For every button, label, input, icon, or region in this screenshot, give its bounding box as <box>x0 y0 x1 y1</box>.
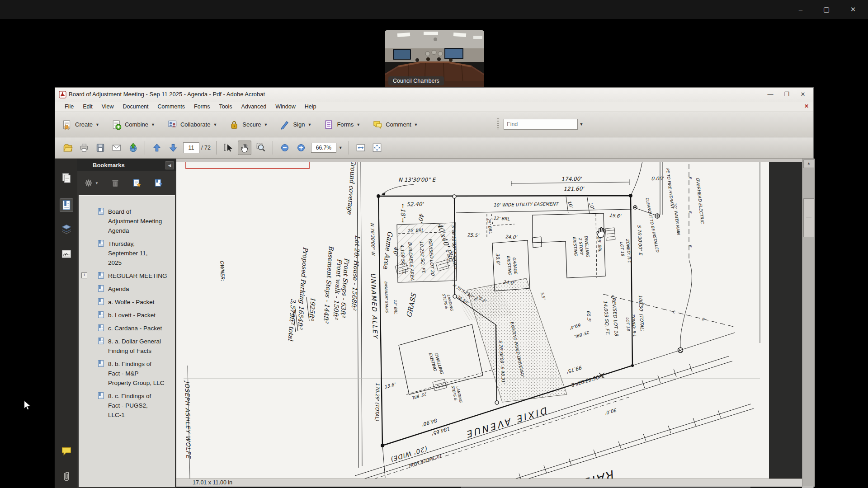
bookmark-item[interactable]: b. Lovett - Packet <box>98 310 173 320</box>
fit-page-button[interactable] <box>370 141 384 155</box>
bookmark-page-icon <box>98 208 104 215</box>
plat-label: 0.00' <box>651 176 664 182</box>
bookmarks-icon <box>61 199 72 211</box>
nav-pages-panel[interactable] <box>60 171 73 185</box>
trash-button[interactable] <box>110 178 120 188</box>
vertical-scrollbar[interactable]: ▲ <box>802 159 815 487</box>
save-button[interactable] <box>94 141 107 155</box>
collapse-panel-icon[interactable]: ◀ <box>165 161 174 169</box>
survey-plat-page[interactable]: N 13'30'00" E174.00'121.60'0.00'52.40'10… <box>176 159 802 488</box>
bookmark-item[interactable]: c. Cardana - Packet <box>98 324 173 333</box>
menu-view[interactable]: View <box>98 103 118 111</box>
zoom-level-input[interactable]: 66.7% <box>311 143 336 153</box>
plat-label: 25' BRL <box>407 227 424 233</box>
page-number-input[interactable] <box>183 142 199 153</box>
toolbar-grip[interactable] <box>497 118 499 130</box>
new-bookmark-button[interactable] <box>132 178 142 188</box>
plat-label: 19.6' <box>609 212 622 219</box>
nav-layers-panel[interactable] <box>60 222 73 236</box>
combine-button[interactable]: Combine▼ <box>111 119 155 130</box>
signatures-icon <box>61 248 72 260</box>
menu-file[interactable]: File <box>61 103 78 111</box>
bookmark-item[interactable]: Board of Adjustment Meeting Agenda <box>98 207 173 235</box>
upload-button[interactable] <box>126 141 140 155</box>
chevron-down-icon: ▼ <box>307 122 311 127</box>
open-button[interactable] <box>61 141 75 155</box>
bookmark-page-icon <box>98 272 104 279</box>
zoom-in-button[interactable] <box>294 141 308 155</box>
plat-label: OWNER: <box>219 260 226 281</box>
nav-comments-panel[interactable] <box>60 444 73 458</box>
find-input[interactable] <box>504 119 578 130</box>
bookmark-label: 8. a. Dollar General Finding of Facts <box>108 337 173 356</box>
menu-advanced[interactable]: Advanced <box>237 103 271 111</box>
menu-document[interactable]: Document <box>119 103 153 111</box>
menu-edit[interactable]: Edit <box>79 103 97 111</box>
zoom-dropdown-icon[interactable]: ▼ <box>336 145 345 150</box>
create-button[interactable]: Create▼ <box>61 119 99 130</box>
select-tool-button[interactable] <box>222 141 235 155</box>
zoom-out-button[interactable] <box>278 141 292 155</box>
zoom-marquee-button[interactable] <box>254 141 268 155</box>
forms-button[interactable]: Forms▼ <box>323 119 360 130</box>
bookmark-item[interactable]: Thursday, September 11, 2025 <box>98 239 173 267</box>
vertical-scroll-thumb[interactable] <box>803 198 814 237</box>
nav-attachments-panel[interactable] <box>60 469 73 483</box>
toolbar-button-label: Secure <box>242 121 261 128</box>
acrobat-titlebar[interactable]: Board of Adjustment Meeting - Sep 11 202… <box>55 88 813 102</box>
navigation-toolbar: / 7266.7%▼ <box>55 137 813 159</box>
find-options-chevron-icon[interactable]: ▼ <box>578 119 585 130</box>
expand-icon[interactable]: + <box>81 272 87 278</box>
gear-button[interactable]: ▼ <box>84 178 99 188</box>
hand-tool-icon <box>239 142 250 153</box>
nav-signatures-panel[interactable] <box>60 247 73 261</box>
toolbar-button-label: Collaborate <box>180 121 211 128</box>
screen-maximize-icon[interactable]: ▢ <box>820 4 833 15</box>
toolbar-button-label: Comment <box>386 121 411 128</box>
toolbar-separator <box>216 141 217 155</box>
screen-close-icon[interactable]: ✕ <box>846 4 860 15</box>
fit-width-button[interactable] <box>354 141 368 155</box>
menu-window[interactable]: Window <box>271 103 299 111</box>
hand-tool-button[interactable] <box>238 141 251 155</box>
bookmark-item[interactable]: +REGULAR MEETING <box>98 271 173 281</box>
menu-forms[interactable]: Forms <box>190 103 214 111</box>
menu-comments[interactable]: Comments <box>154 103 189 111</box>
chevron-down-icon: ▼ <box>213 122 217 127</box>
prev-page-button[interactable] <box>150 141 164 155</box>
screen: { "screen": { "window_controls": {"minim… <box>0 0 868 488</box>
bookmark-page-icon <box>98 311 104 318</box>
screen-minimize-icon[interactable]: – <box>794 4 807 15</box>
nav-bookmarks-panel[interactable] <box>60 198 73 212</box>
plat-label: N 13'30'00" E <box>398 177 436 183</box>
export-bookmark-button[interactable] <box>154 178 164 188</box>
scroll-up-icon[interactable]: ▲ <box>803 160 814 168</box>
select-tool-icon <box>223 142 234 153</box>
bookmark-item[interactable]: 8. a. Dollar General Finding of Facts <box>98 337 173 356</box>
acrobat-maximize-icon[interactable]: ❐ <box>779 90 794 99</box>
menu-tools[interactable]: Tools <box>215 103 236 111</box>
plat-label: JOSEPH ASHLEY WOLFE <box>184 380 192 459</box>
bookmark-item[interactable]: a. Wolfe - Packet <box>98 297 173 307</box>
email-icon <box>111 142 122 153</box>
prev-page-icon <box>151 142 162 153</box>
bookmark-item[interactable]: 8. c. Findings of Fact - PUGS2, LLC-1 <box>98 391 173 420</box>
secure-button[interactable]: Secure▼ <box>229 119 268 130</box>
next-page-button[interactable] <box>166 141 180 155</box>
menubar-close-icon[interactable]: ✕ <box>804 103 809 109</box>
council-chambers-video[interactable]: Council Chambers <box>385 30 484 89</box>
acrobat-close-icon[interactable]: ✕ <box>795 90 811 99</box>
save-icon <box>95 142 106 153</box>
collaborate-button[interactable]: Collaborate▼ <box>167 119 217 130</box>
bookmark-item[interactable]: Agenda <box>98 284 173 294</box>
print-button[interactable] <box>77 141 91 155</box>
menu-help[interactable]: Help <box>301 103 321 111</box>
trash-icon <box>110 178 120 188</box>
comment-button[interactable]: Comment▼ <box>372 119 418 130</box>
sign-button[interactable]: Sign▼ <box>279 119 311 130</box>
acrobat-minimize-icon[interactable]: — <box>763 90 778 99</box>
email-button[interactable] <box>110 141 123 155</box>
plat-label: 121.60' <box>563 186 585 192</box>
bookmark-item[interactable]: 8. b. Findings of Fact - M&P Property Gr… <box>98 359 173 388</box>
bookmark-label: a. Wolfe - Packet <box>108 297 173 307</box>
